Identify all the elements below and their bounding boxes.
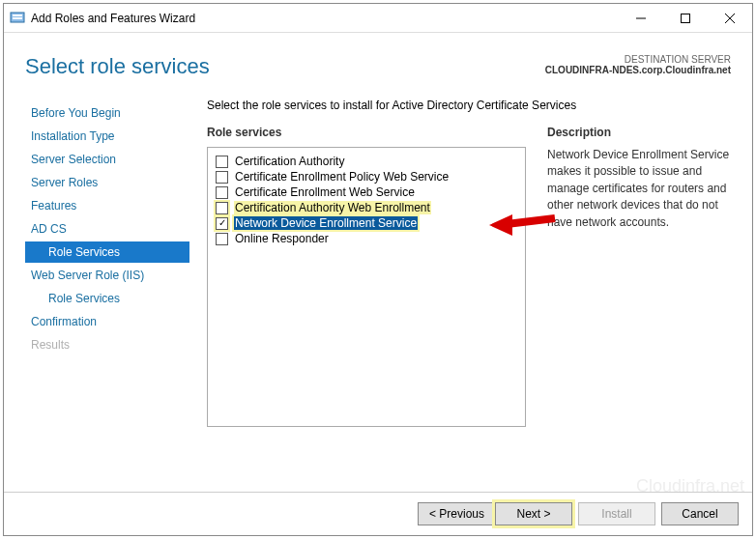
role-service-item[interactable]: Certification Authority Web Enrollment <box>216 200 517 215</box>
checkbox[interactable] <box>216 171 228 184</box>
role-service-item[interactable]: Certification Authority <box>216 154 517 169</box>
checkbox[interactable] <box>216 156 228 168</box>
sidebar-step[interactable]: Confirmation <box>25 311 189 332</box>
svg-rect-2 <box>13 17 22 19</box>
sidebar-step: Results <box>25 334 189 355</box>
header: Select role services DESTINATION SERVER … <box>4 33 752 87</box>
svg-rect-1 <box>13 14 22 16</box>
sidebar-step[interactable]: Role Services <box>25 241 189 263</box>
role-service-item[interactable]: Online Responder <box>216 231 517 246</box>
role-service-label: Online Responder <box>234 232 330 245</box>
destination-value: CLOUDINFRA-NDES.corp.Cloudinfra.net <box>545 65 731 75</box>
role-service-label: Network Device Enrollment Service <box>234 216 418 230</box>
titlebar: Add Roles and Features Wizard <box>4 4 752 33</box>
maximize-button[interactable] <box>663 4 708 33</box>
checkbox[interactable] <box>216 202 228 214</box>
app-icon <box>10 11 25 26</box>
sidebar-step[interactable]: Role Services <box>25 288 189 309</box>
role-services-label: Role services <box>207 126 526 139</box>
sidebar-step[interactable]: Web Server Role (IIS) <box>25 265 189 286</box>
sidebar-step[interactable]: AD CS <box>25 218 189 240</box>
description-text: Network Device Enrollment Service makes … <box>547 147 731 231</box>
nav-button-group: < Previous Next > <box>418 502 572 525</box>
svg-rect-4 <box>682 14 690 22</box>
body: Before You BeginInstallation TypeServer … <box>4 87 752 492</box>
role-services-list[interactable]: Certification AuthorityCertificate Enrol… <box>207 147 526 427</box>
destination-label: DESTINATION SERVER <box>545 54 731 65</box>
description-label: Description <box>547 126 731 139</box>
sidebar-step[interactable]: Server Roles <box>25 172 189 193</box>
role-service-label: Certificate Enrollment Policy Web Servic… <box>234 170 450 184</box>
checkbox[interactable] <box>216 186 228 199</box>
minimize-button[interactable] <box>619 4 663 33</box>
role-service-item[interactable]: Network Device Enrollment Service <box>216 215 517 231</box>
intro-text: Select the role services to install for … <box>207 99 731 112</box>
window-title: Add Roles and Features Wizard <box>31 12 619 25</box>
next-button[interactable]: Next > <box>495 502 572 525</box>
cancel-button[interactable]: Cancel <box>661 502 739 525</box>
previous-button[interactable]: < Previous <box>418 502 495 525</box>
role-service-label: Certification Authority Web Enrollment <box>234 201 431 214</box>
role-service-item[interactable]: Certificate Enrollment Web Service <box>216 184 517 200</box>
role-service-item[interactable]: Certificate Enrollment Policy Web Servic… <box>216 169 517 184</box>
main-panel: Select the role services to install for … <box>189 99 731 492</box>
sidebar-step[interactable]: Features <box>25 195 189 216</box>
checkbox[interactable] <box>216 217 228 230</box>
sidebar-step[interactable]: Installation Type <box>25 126 189 147</box>
page-title: Select role services <box>25 54 545 79</box>
sidebar-step[interactable]: Server Selection <box>25 149 189 170</box>
sidebar: Before You BeginInstallation TypeServer … <box>25 99 189 492</box>
close-button[interactable] <box>708 4 752 33</box>
checkbox[interactable] <box>216 233 228 245</box>
destination-server: DESTINATION SERVER CLOUDINFRA-NDES.corp.… <box>545 54 731 79</box>
install-button[interactable]: Install <box>578 502 655 525</box>
footer: < Previous Next > Install Cancel <box>4 492 752 535</box>
role-service-label: Certificate Enrollment Web Service <box>234 185 416 199</box>
wizard-window: Add Roles and Features Wizard Select rol… <box>3 3 753 536</box>
role-service-label: Certification Authority <box>234 155 345 168</box>
sidebar-step[interactable]: Before You Begin <box>25 102 189 124</box>
